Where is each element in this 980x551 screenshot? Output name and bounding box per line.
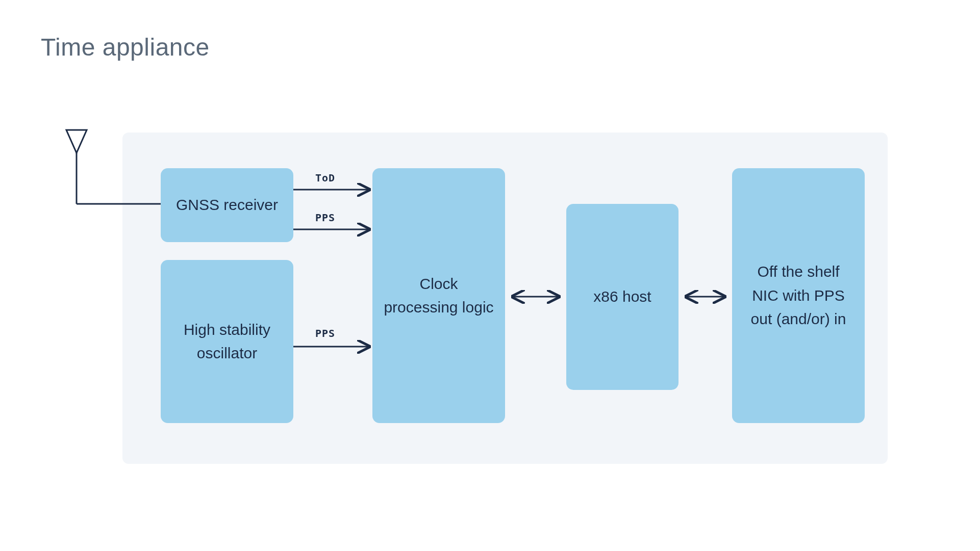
diagram-title: Time appliance — [41, 33, 210, 61]
block-clock-processing-logic: Clock processing logic — [372, 168, 505, 423]
block-gnss-receiver: GNSS receiver — [161, 168, 293, 242]
diagram-container: GNSS receiver High stability oscillator … — [122, 133, 888, 464]
block-nic: Off the shelf NIC with PPS out (and/or) … — [732, 168, 865, 423]
arrow-label-tod: ToD — [315, 172, 335, 184]
block-high-stability-oscillator: High stability oscillator — [161, 260, 293, 423]
block-x86-host: x86 host — [566, 204, 679, 390]
arrow-label-pps-osc: PPS — [315, 327, 335, 339]
arrow-label-pps-gnss: PPS — [315, 212, 335, 224]
